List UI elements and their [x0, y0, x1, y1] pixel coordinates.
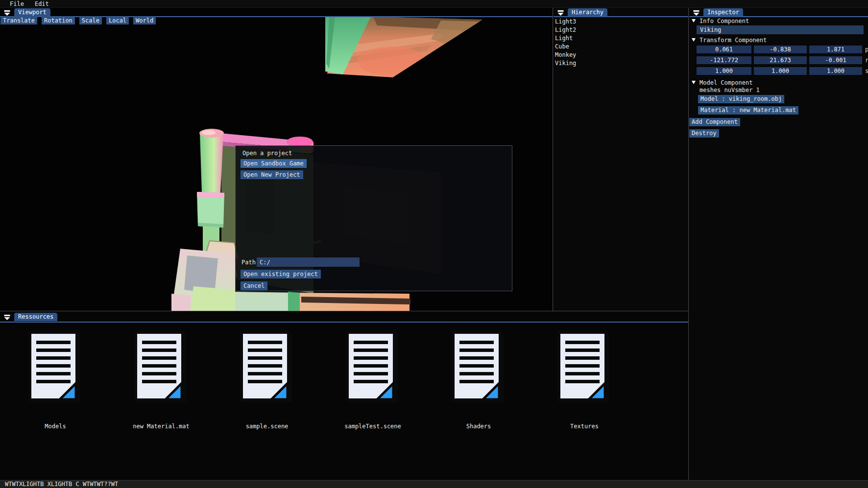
hierarchy-item-light3[interactable]: Light3	[555, 18, 576, 26]
hierarchy-item-light2[interactable]: Light2	[555, 26, 576, 34]
cancel-button[interactable]: Cancel	[241, 281, 267, 290]
hierarchy-panel: Hierarchy Light3 Light2 Light Cube Monke…	[554, 8, 688, 311]
world-button[interactable]: World	[133, 17, 156, 24]
file-label: Shaders	[466, 423, 491, 430]
collapse-icon[interactable]	[557, 10, 564, 16]
inspector-panel: Inspector Info Component Transform Compo…	[689, 8, 868, 480]
viewport-toolbar: Translate Rotation Scale Local World	[0, 17, 156, 24]
tab-hierarchy[interactable]: Hierarchy	[568, 8, 607, 17]
collapse-triangle-icon[interactable]	[692, 38, 696, 42]
open-new-project-button[interactable]: Open New Project	[241, 170, 303, 179]
hierarchy-item-light[interactable]: Light	[555, 34, 576, 43]
file-label: sampleTest.scene	[344, 423, 401, 430]
panel-splitter-resources[interactable]	[0, 311, 689, 311]
position-x-field[interactable]: 0.061	[697, 46, 751, 53]
position-y-field[interactable]: -0.838	[754, 46, 807, 53]
tab-resources[interactable]: Ressources	[14, 313, 57, 321]
scale-z-field[interactable]: 1.000	[809, 67, 862, 75]
status-bar: WTWTXLIGHTB XLIGHTB C WTWTWT??WT	[0, 480, 868, 488]
file-label: Models	[45, 423, 66, 430]
path-input[interactable]	[257, 257, 360, 267]
position-z-field[interactable]: 1.871	[809, 46, 862, 53]
position-row-label: p	[865, 46, 868, 53]
file-item[interactable]: sample.scene	[214, 331, 320, 430]
hierarchy-item-cube[interactable]: Cube	[555, 43, 576, 51]
editor-window: File Edit Viewport Translate Rotation Sc…	[0, 0, 868, 488]
translate-button[interactable]: Translate	[0, 17, 37, 24]
panel-splitter-viewport-hierarchy[interactable]	[553, 8, 553, 311]
menu-bar: File Edit	[0, 0, 868, 8]
rotation-y-field[interactable]: 21.673	[754, 56, 807, 64]
menu-file[interactable]: File	[6, 0, 28, 7]
file-icon[interactable]	[346, 331, 400, 404]
add-component-button[interactable]: Add Component	[689, 118, 740, 126]
file-label: sample.scene	[246, 423, 289, 430]
file-icon[interactable]	[557, 331, 611, 404]
entity-name-input[interactable]	[697, 25, 864, 34]
file-item[interactable]: Shaders	[426, 331, 531, 430]
file-icon[interactable]	[134, 331, 188, 404]
collapse-icon[interactable]	[4, 315, 10, 320]
resources-panel: Ressources Models new Material.mat sampl…	[0, 311, 688, 479]
info-component-header[interactable]: Info Component	[699, 18, 749, 24]
rotation-button[interactable]: Rotation	[42, 17, 75, 24]
open-sandbox-game-button[interactable]: Open Sandbox Game	[241, 159, 307, 168]
collapse-triangle-icon[interactable]	[692, 81, 696, 84]
transform-component-header[interactable]: Transform Component	[699, 37, 767, 44]
rotation-x-field[interactable]: -121.772	[697, 56, 751, 64]
scale-y-field[interactable]: 1.000	[754, 67, 807, 75]
file-label: new Material.mat	[133, 423, 190, 430]
tab-viewport[interactable]: Viewport	[14, 8, 50, 17]
material-file-button[interactable]: Material : new Material.mat	[698, 106, 798, 115]
panel-splitter-inspector[interactable]	[688, 8, 689, 480]
open-existing-project-button[interactable]: Open existing project	[241, 270, 321, 279]
dialog-title: Open a project	[242, 150, 292, 157]
collapse-triangle-icon[interactable]	[692, 19, 696, 23]
status-text: WTWTXLIGHTB XLIGHTB C WTWTWT??WT	[5, 481, 118, 488]
collapse-icon[interactable]	[4, 10, 10, 16]
rotation-row-label: r	[865, 57, 868, 64]
hierarchy-item-monkey[interactable]: Monkey	[555, 51, 576, 59]
path-label: Path	[241, 259, 256, 266]
resources-grid: Models new Material.mat sample.scene sam…	[2, 331, 637, 430]
file-item[interactable]: new Material.mat	[108, 331, 214, 430]
tab-inspector[interactable]: Inspector	[703, 8, 743, 17]
destroy-button[interactable]: Destroy	[689, 129, 719, 138]
collapse-icon[interactable]	[693, 10, 699, 16]
model-component-header[interactable]: Model Component	[699, 79, 752, 86]
menu-edit[interactable]: Edit	[31, 0, 53, 7]
file-item[interactable]: Models	[2, 331, 108, 430]
open-project-dialog: Open a project Open Sandbox Game Open Ne…	[235, 145, 512, 291]
scale-x-field[interactable]: 1.000	[697, 67, 751, 75]
hierarchy-item-viking[interactable]: Viking	[555, 59, 576, 68]
file-label: Textures	[570, 423, 599, 430]
file-icon[interactable]	[28, 331, 82, 404]
meshes-count-text: meshes nuVsmber 1	[699, 87, 760, 93]
file-icon[interactable]	[240, 331, 294, 404]
hierarchy-list: Light3 Light2 Light Cube Monkey Viking	[555, 18, 576, 68]
file-item[interactable]: Textures	[531, 331, 637, 430]
model-file-button[interactable]: Model : viking_room.obj	[698, 95, 784, 103]
scale-button[interactable]: Scale	[79, 17, 102, 24]
scale-row-label: s	[865, 68, 868, 74]
local-button[interactable]: Local	[106, 17, 129, 24]
rotation-z-field[interactable]: -0.001	[809, 56, 862, 64]
file-icon[interactable]	[452, 331, 506, 404]
file-item[interactable]: sampleTest.scene	[320, 331, 426, 430]
